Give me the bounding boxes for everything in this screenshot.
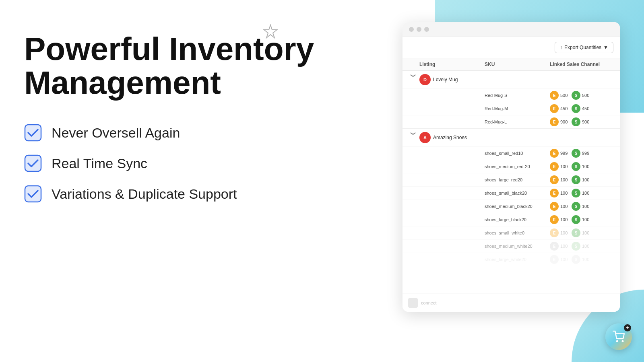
shopify-badge: S xyxy=(572,91,580,100)
feature-list: Never Oversell Again Real Time Sync Va xyxy=(24,124,330,203)
etsy-qty-shoes-small-red10: 999 xyxy=(560,151,570,156)
etsy-qty-shoes-small-black20: 100 xyxy=(560,191,570,195)
product-row-lovely-mug: ❯ D Lovely Mug xyxy=(402,71,620,88)
variant-row-shoes-small-black20: shoes_small_black20 E 100 S 100 xyxy=(402,186,620,200)
channel-cell-shoes-large-white20: E 100 S 100 xyxy=(550,255,615,264)
window-bottom-bar: connect xyxy=(402,294,620,312)
export-dropdown-arrow: ▼ xyxy=(603,45,608,50)
cart-fab-button[interactable]: + xyxy=(605,323,632,350)
sku-shoes-large-red20: shoes_large_red20 xyxy=(485,177,550,182)
channel-cell-shoes-small-black20: E 100 S 100 xyxy=(550,189,615,197)
header-listing: Listing xyxy=(419,62,485,67)
export-quantities-button[interactable]: ↑ Export Quantities ▼ xyxy=(555,42,613,53)
product-thumb-amazing-shoes: A xyxy=(419,132,431,143)
cart-icon xyxy=(613,331,625,343)
svg-point-7 xyxy=(622,341,623,342)
svg-rect-4 xyxy=(25,186,41,202)
main-title: Powerful Inventory Management xyxy=(24,32,330,100)
shopify-qty-red-mug-s: 500 xyxy=(582,93,592,98)
etsy-qty-shoes-large-red20: 100 xyxy=(560,177,570,182)
etsy-badge: E xyxy=(550,215,559,224)
sku-shoes-large-black20: shoes_large_black20 xyxy=(485,217,550,222)
feature-text-2: Real Time Sync xyxy=(52,156,147,171)
variant-row-shoes-large-white20: shoes_large_white20 E 100 S 100 xyxy=(402,253,620,266)
etsy-qty-red-mug-m: 450 xyxy=(560,106,570,111)
shopify-badge: S xyxy=(572,215,580,224)
header-sku: SKU xyxy=(485,62,550,67)
shopify-qty-shoes-medium-white20: 100 xyxy=(582,244,592,249)
sku-red-mug-l: Red-Mug-L xyxy=(485,119,550,124)
shopify-badge: S xyxy=(572,104,580,113)
product-row-amazing-shoes: ❯ A Amazing Shoes xyxy=(402,129,620,146)
sku-shoes-small-white0: shoes_small_white0 xyxy=(485,230,550,235)
channel-cell-red-mug-l: E 900 S 900 xyxy=(550,117,615,126)
shopify-qty-shoes-small-red10: 999 xyxy=(582,151,592,156)
app-window: ↑ Export Quantities ▼ Listing SKU Linked… xyxy=(402,22,620,312)
etsy-badge: E xyxy=(550,91,559,100)
export-icon: ↑ xyxy=(560,45,562,50)
sku-shoes-large-white20: shoes_large_white20 xyxy=(485,257,550,262)
variant-row-red-mug-m: Red-Mug-M E 450 S 450 xyxy=(402,102,620,115)
etsy-badge: E xyxy=(550,242,559,251)
variant-row-shoes-medium-red20: shoes_medium_red-20 E 100 S 100 xyxy=(402,160,620,173)
channel-cell-red-mug-m: E 450 S 450 xyxy=(550,104,615,113)
sku-shoes-medium-black20: shoes_medium_black20 xyxy=(485,204,550,209)
etsy-badge: E xyxy=(550,149,559,158)
variant-row-shoes-small-white0: shoes_small_white0 E 100 S 100 xyxy=(402,226,620,239)
header-channel: Linked Sales Channel xyxy=(550,62,615,67)
feature-item-2: Real Time Sync xyxy=(24,154,330,172)
shopify-qty-shoes-medium-red20: 100 xyxy=(582,164,592,169)
feature-text-1: Never Oversell Again xyxy=(52,125,180,141)
product-name-lovely-mug: D Lovely Mug xyxy=(419,74,485,85)
channel-cell-shoes-medium-black20: E 100 S 100 xyxy=(550,202,615,211)
window-toolbar: ↑ Export Quantities ▼ xyxy=(402,37,620,58)
variant-row-shoes-large-red20: shoes_large_red20 E 100 S 100 xyxy=(402,173,620,186)
etsy-qty-shoes-medium-black20: 100 xyxy=(560,204,570,209)
shopify-qty-red-mug-l: 900 xyxy=(582,119,592,124)
variant-row-red-mug-s: Red-Mug-S E 500 S 500 xyxy=(402,88,620,102)
sku-shoes-medium-white20: shoes_medium_white20 xyxy=(485,244,550,249)
shopify-qty-shoes-small-white0: 100 xyxy=(582,230,592,235)
feature-item-1: Never Oversell Again xyxy=(24,124,330,142)
sku-shoes-small-red10: shoes_small_red10 xyxy=(485,151,550,156)
etsy-qty-red-mug-s: 500 xyxy=(560,93,570,98)
left-panel: Powerful Inventory Management Never Over… xyxy=(24,32,330,203)
channel-cell-shoes-small-white0: E 100 S 100 xyxy=(550,228,615,237)
checkbox-icon-2 xyxy=(24,154,42,172)
channel-cell-red-mug-s: E 500 S 500 xyxy=(550,91,615,100)
traffic-light-green xyxy=(424,27,429,32)
etsy-badge: E xyxy=(550,162,559,171)
shopify-qty-shoes-large-black20: 100 xyxy=(582,217,592,222)
checkbox-icon-3 xyxy=(24,185,42,203)
expand-chevron-amazing-shoes[interactable]: ❯ xyxy=(411,132,416,144)
table-header: Listing SKU Linked Sales Channel xyxy=(402,58,620,71)
app-window-panel: ↑ Export Quantities ▼ Listing SKU Linked… xyxy=(402,22,620,312)
feature-item-3: Variations & Duplicate Support xyxy=(24,185,330,203)
shopify-badge: S xyxy=(572,162,580,171)
shopify-qty-shoes-small-black20: 100 xyxy=(582,191,592,195)
product-thumb-lovely-mug: D xyxy=(419,74,431,85)
etsy-qty-shoes-large-white20: 100 xyxy=(560,257,570,262)
etsy-badge: E xyxy=(550,189,559,197)
shopify-badge: S xyxy=(572,175,580,184)
traffic-light-red xyxy=(409,27,414,32)
etsy-qty-shoes-small-white0: 100 xyxy=(560,230,570,235)
channel-cell-shoes-large-black20: E 100 S 100 xyxy=(550,215,615,224)
etsy-badge: E xyxy=(550,104,559,113)
product-name-amazing-shoes: A Amazing Shoes xyxy=(419,132,485,143)
channel-cell-shoes-medium-red20: E 100 S 100 xyxy=(550,162,615,171)
expand-chevron-lovely-mug[interactable]: ❯ xyxy=(411,74,416,86)
channel-cell-shoes-medium-white20: E 100 S 100 xyxy=(550,242,615,251)
etsy-badge: E xyxy=(550,202,559,211)
bottom-bar-icon xyxy=(408,298,418,308)
variant-row-shoes-small-red10: shoes_small_red10 E 999 S 999 xyxy=(402,146,620,160)
etsy-badge: E xyxy=(550,255,559,264)
variant-row-shoes-medium-black20: shoes_medium_black20 E 100 S 100 xyxy=(402,200,620,213)
variant-row-red-mug-l: Red-Mug-L E 900 S 900 xyxy=(402,115,620,128)
shopify-badge: S xyxy=(572,255,580,264)
variant-row-shoes-medium-white20: shoes_medium_white20 E 100 S 100 xyxy=(402,239,620,253)
channel-cell-shoes-large-red20: E 100 S 100 xyxy=(550,175,615,184)
shopify-qty-shoes-medium-black20: 100 xyxy=(582,204,592,209)
product-group-amazing-shoes: ❯ A Amazing Shoes shoes_small_red10 E xyxy=(402,129,620,266)
window-content[interactable]: ↑ Export Quantities ▼ Listing SKU Linked… xyxy=(402,37,620,294)
